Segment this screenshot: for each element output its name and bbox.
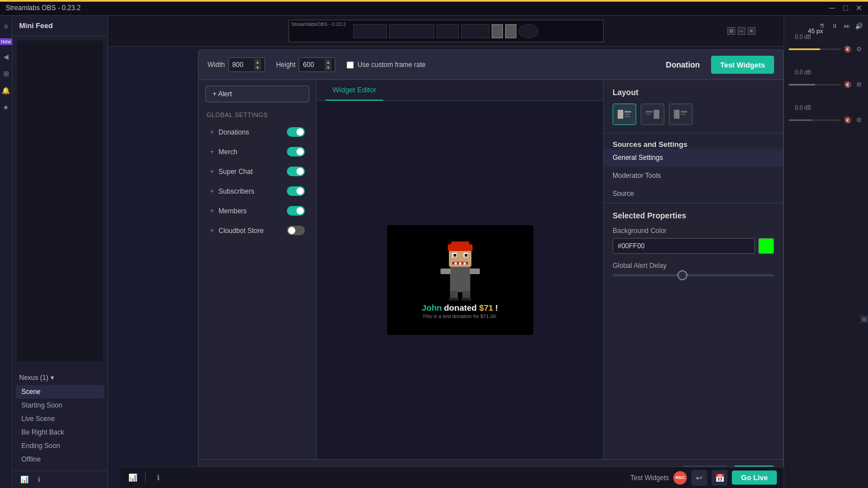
maximize-button[interactable]: □ (841, 3, 850, 12)
minimize-button[interactable]: ─ (827, 3, 836, 12)
width-down-btn[interactable]: ▼ (254, 65, 261, 70)
settings-icon-1[interactable]: ⚙ (854, 44, 863, 53)
audio-slider-1[interactable] (789, 48, 841, 50)
layout-option-2[interactable] (641, 104, 664, 125)
settings-icon-2[interactable]: ⚙ (854, 80, 863, 89)
scene-item-live-scene[interactable]: Live Scene (12, 412, 107, 426)
sidebar-icon-grid[interactable]: ⊞ (1, 69, 11, 79)
center-panel: Widget Editor (317, 80, 603, 459)
preview-close-btn[interactable]: ✕ (748, 27, 755, 35)
preview-settings-btn[interactable]: ⚙ (727, 27, 735, 35)
skip-icon[interactable]: ⏭ (842, 21, 851, 30)
alert-item-merch[interactable]: + Merch (202, 142, 313, 161)
dimensions-row: Width 800 ▲ ▼ Height 600 ▲ (199, 50, 783, 80)
pause-icon[interactable]: ⏸ (830, 21, 839, 30)
color-text-input[interactable] (613, 238, 755, 254)
rewind-button[interactable]: ↩ (691, 470, 707, 486)
right-edge-settings[interactable]: ⚙ (860, 315, 868, 323)
sidebar-icon-menu[interactable]: ≡ (1, 21, 11, 32)
audio-slider-2[interactable] (789, 84, 841, 86)
alert-delay-slider-thumb[interactable] (677, 270, 687, 280)
bottom-divider (145, 472, 146, 483)
mute-icon-2[interactable]: 🔇 (843, 80, 852, 89)
toggle-donations[interactable] (287, 127, 305, 137)
new-badge[interactable]: New (0, 38, 14, 45)
slider-row (613, 274, 774, 276)
scene-item-be-right-back[interactable]: Be Right Back (12, 426, 107, 439)
alert-delay-label: Global Alert Delay (613, 262, 774, 270)
scene-item-starting-soon[interactable]: Starting Soon (12, 399, 107, 412)
volume-icon-top[interactable]: 🔊 (854, 21, 863, 30)
nexus-header[interactable]: Nexus (1) ▾ (12, 370, 107, 385)
tab-widget-editor[interactable]: Widget Editor (326, 80, 383, 101)
alert-item-donations[interactable]: + Donations (202, 123, 313, 141)
go-live-button[interactable]: Go Live (732, 471, 777, 485)
alert-name-subscribers: Subscribers (219, 187, 287, 195)
info-bottom-icon[interactable]: ℹ (152, 472, 164, 483)
schedule-button[interactable]: 📅 (712, 470, 727, 486)
scene-item-ending-soon[interactable]: Ending Soon (12, 439, 107, 453)
close-button[interactable]: ✕ (854, 3, 863, 12)
toggle-super-chat[interactable] (287, 167, 305, 176)
mute-icon-3[interactable]: 🔇 (843, 115, 852, 124)
svg-rect-26 (681, 111, 687, 113)
plus-icon-donations: + (210, 128, 214, 136)
alert-name-merch: Merch (219, 148, 287, 156)
settings-dialog: Width 800 ▲ ▼ Height 600 ▲ (198, 50, 784, 488)
svg-rect-23 (646, 114, 651, 115)
custom-frame-checkbox[interactable] (347, 61, 354, 69)
layout-option-3[interactable] (669, 104, 692, 125)
svg-rect-17 (461, 298, 471, 301)
widget-editor-tabs: Widget Editor (317, 80, 603, 101)
audio-controls: ⚗ ⏸ ⏭ 🔊 0.0 dB 🔇 ⚙ 0.0 dB (784, 20, 868, 127)
alert-item-cloudbot[interactable]: + Cloudbot Store (202, 221, 313, 240)
stats-icon[interactable]: 📊 (19, 474, 29, 485)
toggle-merch[interactable] (287, 147, 305, 156)
width-up-btn[interactable]: ▲ (254, 59, 261, 65)
height-input[interactable]: 600 ▲ ▼ (299, 57, 335, 72)
toggle-members[interactable] (287, 206, 305, 216)
svg-rect-24 (654, 110, 659, 119)
sidebar-icon-alert[interactable]: 🔔 (1, 86, 11, 96)
scene-item-scene[interactable]: Scene (16, 385, 104, 399)
info-icon[interactable]: ℹ (34, 474, 44, 485)
bg-color-label: Background Color (613, 227, 774, 235)
mute-icon-1[interactable]: 🔇 (843, 44, 852, 53)
edge-settings-icon[interactable]: ⚙ (860, 315, 868, 323)
height-down-btn[interactable]: ▼ (325, 65, 331, 70)
sidebar-icon-back[interactable]: ◀ (1, 52, 11, 62)
width-input[interactable]: 800 ▲ ▼ (228, 57, 265, 72)
right-panel: Layout (603, 80, 783, 459)
nav-source[interactable]: Source (604, 185, 783, 203)
test-widgets-bottom-label[interactable]: Test Widgets (631, 474, 669, 482)
audio-slider-3[interactable] (789, 119, 841, 121)
rec-button[interactable]: REC (673, 471, 687, 485)
scene-item-offline[interactable]: Offline (12, 453, 107, 466)
app-body: ≡ New ◀ ⊞ 🔔 ★ Mini Feed Nexus (1) ▾ Scen… (0, 16, 868, 488)
layout-option-1[interactable] (613, 104, 636, 125)
audio-row-2: 0.0 dB (784, 67, 868, 78)
add-alert-button[interactable]: + Alert (205, 86, 309, 102)
alert-item-super-chat[interactable]: + Super Chat (202, 162, 313, 181)
preview-mini-title: StreamlabsOBS - 0.23.2 (291, 21, 347, 27)
height-up-btn[interactable]: ▲ (325, 59, 331, 65)
toggle-cloudbot[interactable] (287, 226, 305, 235)
test-widgets-button[interactable]: Test Widgets (711, 56, 774, 74)
bottom-bar: 📊 ℹ Test Widgets REC ↩ 📅 Go Live (120, 467, 784, 488)
alert-name-super-chat: Super Chat (219, 168, 287, 176)
nav-general-settings[interactable]: General Settings (604, 149, 783, 167)
color-swatch[interactable] (758, 238, 774, 254)
alert-delay-slider-track (613, 274, 774, 276)
plus-icon-merch: + (210, 147, 214, 156)
alert-item-members[interactable]: + Members (202, 202, 313, 220)
toggle-subscribers[interactable] (287, 186, 305, 196)
stats-bottom-icon[interactable]: 📊 (127, 472, 138, 483)
settings-icon-3[interactable]: ⚙ (854, 115, 863, 124)
nav-moderator-tools[interactable]: Moderator Tools (604, 167, 783, 185)
sources-settings-title: Sources and Settings (604, 133, 783, 149)
sidebar-icon-star[interactable]: ★ (1, 102, 11, 113)
height-group: Height 600 ▲ ▼ (276, 57, 336, 72)
sources-settings-section: Sources and Settings General Settings Mo… (604, 133, 783, 203)
preview-min-btn[interactable]: ─ (737, 27, 745, 35)
alert-item-subscribers[interactable]: + Subscribers (202, 182, 313, 200)
